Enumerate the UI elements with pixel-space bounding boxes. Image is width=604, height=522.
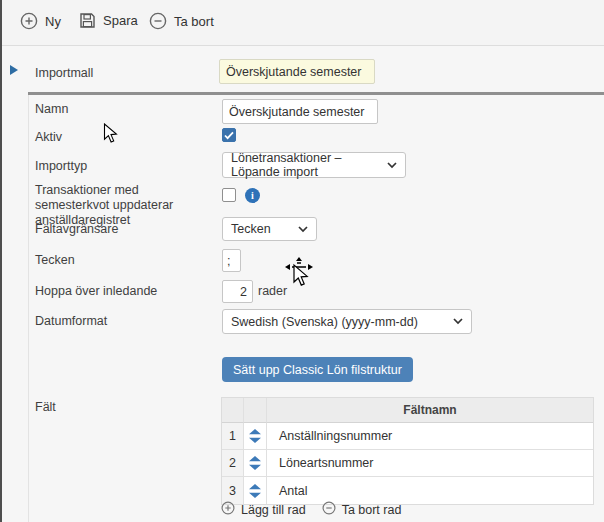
datumformat-select[interactable]: Swedish (Svenska) (yyyy-mm-dd) — [222, 309, 472, 334]
delete-button-label: Ta bort — [174, 14, 214, 29]
field-name-cell[interactable]: Löneartsnummer — [267, 450, 593, 477]
importmall-label: Importmall — [35, 66, 93, 80]
header-faltnamn: Fältnamn — [267, 398, 593, 423]
falt-label: Fält — [35, 400, 56, 414]
table-row[interactable]: 1 Anställningsnummer — [222, 423, 593, 450]
header-sort-cell — [244, 398, 267, 423]
field-name-cell[interactable]: Anställningsnummer — [267, 423, 593, 450]
faltavgransare-label: Fältavgränsare — [35, 222, 118, 236]
namn-input[interactable] — [222, 99, 378, 124]
row-number: 3 — [222, 477, 244, 504]
info-icon[interactable]: i — [245, 188, 260, 203]
save-floppy-icon — [79, 12, 96, 29]
faltavgransare-select[interactable]: Tecken — [222, 217, 317, 241]
namn-label: Namn — [35, 102, 68, 116]
new-button-label: Ny — [45, 14, 61, 29]
sort-updown-icon[interactable] — [244, 477, 267, 504]
tecken-label: Tecken — [35, 253, 75, 267]
aktiv-checkbox[interactable] — [222, 128, 236, 142]
hoppa-label: Hoppa över inledande — [35, 284, 157, 298]
table-row[interactable]: 2 Löneartsnummer — [222, 450, 593, 477]
import-template-page: Ny Spara Ta bort Importmall Namn Aktiv I… — [0, 0, 604, 522]
datumformat-selected-value: Swedish (Svenska) (yyyy-mm-dd) — [231, 315, 418, 329]
plus-circle-icon — [20, 12, 38, 30]
minus-circle-icon — [149, 12, 167, 30]
remove-row-label: Ta bort rad — [342, 503, 402, 517]
minus-circle-icon — [322, 501, 336, 518]
new-button[interactable]: Ny — [20, 12, 61, 30]
importtyp-selected-value: Lönetransaktioner – Löpande import — [231, 151, 381, 179]
field-name-cell[interactable]: Antal — [267, 477, 593, 504]
sort-updown-icon[interactable] — [244, 450, 267, 477]
datumformat-label: Datumformat — [35, 314, 107, 328]
tecken-input[interactable] — [222, 249, 241, 272]
row-number: 1 — [222, 423, 244, 450]
delete-button[interactable]: Ta bort — [149, 12, 214, 30]
panel-left-border — [28, 95, 29, 522]
add-row-button[interactable]: Lägg till rad — [221, 501, 306, 518]
hoppa-suffix: rader — [258, 284, 287, 298]
chevron-down-icon — [387, 162, 397, 169]
sort-updown-icon[interactable] — [244, 423, 267, 450]
falt-table: Fältnamn 1 Anställningsnummer 2 Lönearts… — [221, 397, 594, 505]
importtyp-label: Importtyp — [35, 159, 87, 173]
header-num-cell — [222, 398, 244, 423]
semesterkvot-label: Transaktioner med semesterkvot uppdatera… — [35, 183, 215, 227]
save-button-label: Spara — [103, 13, 138, 28]
table-row[interactable]: 3 Antal — [222, 477, 593, 504]
importmall-input[interactable] — [219, 59, 375, 84]
section-separator — [28, 92, 604, 95]
expand-triangle-icon[interactable] — [10, 65, 18, 75]
plus-circle-icon — [221, 501, 235, 518]
hoppa-input[interactable] — [222, 280, 253, 303]
importtyp-select[interactable]: Lönetransaktioner – Löpande import — [222, 152, 406, 178]
table-footer: Lägg till rad Ta bort rad — [221, 501, 401, 518]
save-button[interactable]: Spara — [79, 12, 138, 29]
aktiv-label: Aktiv — [35, 130, 62, 144]
chevron-down-icon — [453, 318, 463, 325]
classic-lon-button[interactable]: Sätt upp Classic Lön filstruktur — [222, 357, 413, 382]
remove-row-button[interactable]: Ta bort rad — [322, 501, 402, 518]
faltavgransare-selected-value: Tecken — [231, 222, 271, 236]
checkmark-icon — [224, 131, 234, 140]
chevron-down-icon — [298, 226, 308, 233]
window-left-edge — [0, 0, 2, 522]
add-row-label: Lägg till rad — [241, 503, 306, 517]
semesterkvot-checkbox[interactable] — [222, 188, 236, 202]
row-number: 2 — [222, 450, 244, 477]
toolbar: Ny Spara Ta bort — [2, 0, 604, 46]
arrow-cursor — [103, 123, 119, 145]
table-header-row: Fältnamn — [222, 398, 593, 423]
